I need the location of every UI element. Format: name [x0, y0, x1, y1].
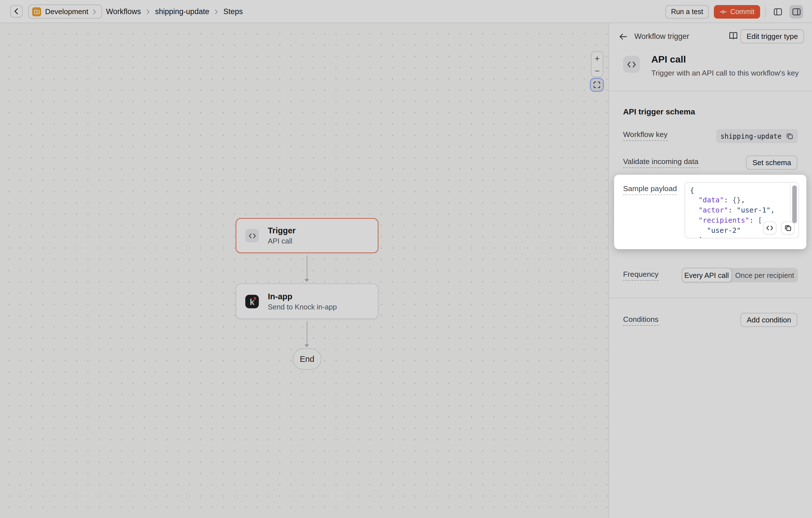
- scrollbar-thumb[interactable]: [792, 185, 796, 223]
- validate-data-label: Validate incoming data: [623, 157, 698, 168]
- end-node[interactable]: End: [293, 348, 321, 370]
- copy-payload-button[interactable]: [781, 221, 794, 234]
- workflow-key-value[interactable]: shipping-update: [716, 129, 798, 143]
- edge-inapp-to-end: [307, 321, 307, 344]
- arrow-left-icon: [619, 33, 627, 40]
- fit-view-button[interactable]: [590, 78, 604, 92]
- zoom-in-button[interactable]: +: [594, 54, 600, 62]
- environment-folder-icon: [32, 7, 41, 16]
- environment-label: Development: [45, 7, 88, 16]
- frequency-option-every-api-call[interactable]: Every API call: [682, 268, 732, 282]
- sample-payload-editor[interactable]: { "data": {}, "actor": "user-1", "recipi…: [685, 182, 799, 238]
- trigger-type-title: API call: [651, 54, 686, 65]
- frequency-segmented-control: Every API call Once per recipient: [682, 268, 798, 282]
- zoom-controls: + −: [591, 51, 603, 77]
- workflow-trigger-panel: Workflow trigger Edit trigger type API c…: [608, 23, 812, 518]
- commit-button[interactable]: Commit: [714, 5, 760, 18]
- inapp-node-subtitle: Send to Knock in-app: [268, 302, 337, 311]
- chevron-left-icon: [13, 8, 19, 14]
- right-panel-toggle[interactable]: [789, 5, 803, 18]
- edge-arrowhead: [304, 344, 309, 347]
- app-window: Development Workflows shipping-update St…: [0, 0, 812, 518]
- docs-button[interactable]: [729, 32, 738, 42]
- inapp-node-title: In-app: [268, 292, 337, 301]
- conditions-label: Conditions: [623, 315, 659, 326]
- panel-left-icon: [773, 8, 782, 16]
- commit-icon: [720, 9, 727, 14]
- knock-logo-icon: k: [245, 295, 259, 308]
- panel-divider: [609, 298, 812, 298]
- code-icon: [245, 229, 259, 242]
- panel-back-button[interactable]: [619, 32, 627, 42]
- run-a-test-button[interactable]: Run a test: [665, 5, 709, 18]
- breadcrumb: Workflows shipping-update Steps: [106, 0, 243, 23]
- inapp-node[interactable]: k In-app Send to Knock in-app: [236, 283, 378, 319]
- schema-section-heading: API trigger schema: [623, 107, 695, 116]
- api-call-icon: [623, 56, 640, 73]
- panel-divider: [609, 91, 812, 91]
- book-icon: [729, 32, 738, 40]
- chevron-right-icon: [146, 9, 150, 14]
- trigger-node-subtitle: API call: [268, 237, 295, 245]
- open-code-editor-button[interactable]: [763, 221, 777, 234]
- chevron-right-icon: [214, 9, 218, 14]
- trigger-type-description: Trigger with an API call to this workflo…: [651, 69, 799, 77]
- edit-trigger-type-button[interactable]: Edit trigger type: [741, 29, 804, 43]
- sample-payload-label: Sample payload: [623, 184, 677, 195]
- trigger-node[interactable]: Trigger API call: [236, 218, 378, 253]
- fullscreen-icon: [593, 81, 601, 89]
- top-bar-actions: Run a test Commit: [665, 0, 803, 23]
- top-bar: Development Workflows shipping-update St…: [0, 0, 812, 23]
- breadcrumb-workflow-key[interactable]: shipping-update: [155, 7, 209, 16]
- chevron-right-icon: [92, 9, 96, 14]
- frequency-label: Frequency: [623, 270, 659, 280]
- top-bar-divider: [765, 6, 766, 17]
- add-condition-button[interactable]: Add condition: [741, 313, 798, 327]
- panel-right-icon: [792, 8, 801, 16]
- zoom-out-button[interactable]: −: [594, 66, 600, 75]
- trigger-node-title: Trigger: [268, 226, 295, 235]
- copy-icon: [784, 224, 791, 232]
- workflow-canvas[interactable]: + − Trigger API call k In-app: [0, 23, 608, 518]
- code-icon: [766, 225, 773, 230]
- breadcrumb-workflows[interactable]: Workflows: [106, 7, 141, 16]
- frequency-option-once-per-recipient[interactable]: Once per recipient: [732, 268, 798, 282]
- copy-icon: [786, 132, 793, 140]
- left-panel-toggle[interactable]: [771, 5, 784, 18]
- environment-selector[interactable]: Development: [28, 4, 102, 19]
- panel-title: Workflow trigger: [634, 32, 689, 40]
- workflow-key-label: Workflow key: [623, 130, 668, 141]
- code-icon: [627, 61, 636, 67]
- commit-label: Commit: [730, 8, 754, 16]
- breadcrumb-steps[interactable]: Steps: [223, 7, 243, 16]
- edge-trigger-to-inapp: [307, 255, 307, 279]
- back-button[interactable]: [10, 5, 23, 18]
- set-schema-button[interactable]: Set schema: [746, 156, 798, 170]
- edge-arrowhead: [304, 279, 309, 282]
